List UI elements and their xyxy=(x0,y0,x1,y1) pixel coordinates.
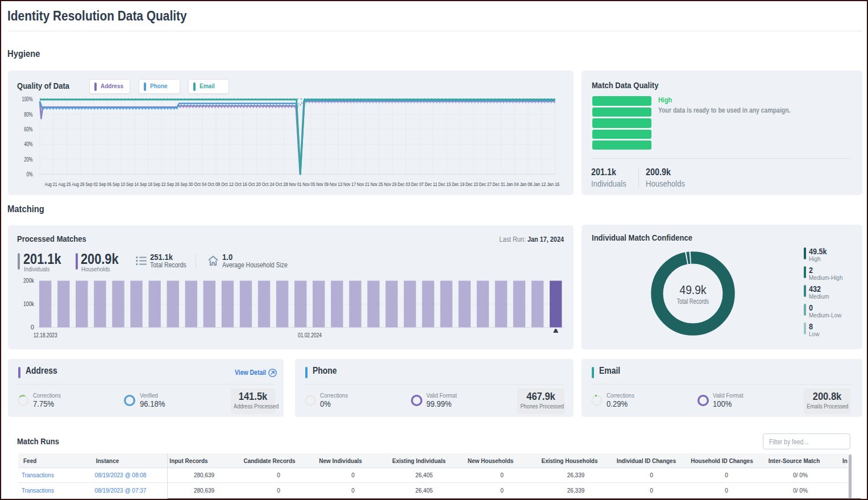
svg-text:Dec 31: Dec 31 xyxy=(493,181,505,187)
svg-text:Sep 06: Sep 06 xyxy=(99,181,111,187)
svg-text:Jan 04: Jan 04 xyxy=(506,181,519,187)
svg-text:Total Records: Total Records xyxy=(677,297,709,305)
svg-text:0%: 0% xyxy=(27,171,33,177)
svg-text:Oct 16: Oct 16 xyxy=(235,181,247,187)
svg-text:Aug 21: Aug 21 xyxy=(45,181,57,187)
svg-text:Nov 29: Nov 29 xyxy=(384,181,397,187)
svg-text:Oct 08: Oct 08 xyxy=(207,181,220,187)
svg-text:200k: 200k xyxy=(23,277,35,284)
svg-text:Jan 12: Jan 12 xyxy=(533,181,546,187)
svg-text:Dec 07: Dec 07 xyxy=(411,181,423,187)
svg-text:Oct 20: Oct 20 xyxy=(248,181,261,187)
svg-text:Oct 04: Oct 04 xyxy=(194,181,206,187)
svg-text:Nov 25: Nov 25 xyxy=(371,181,383,187)
svg-text:Dec 03: Dec 03 xyxy=(398,181,410,187)
svg-text:Oct 12: Oct 12 xyxy=(221,181,234,187)
svg-text:0: 0 xyxy=(31,324,34,330)
svg-text:Jan 08: Jan 08 xyxy=(520,181,532,187)
svg-text:40%: 40% xyxy=(24,141,33,147)
svg-text:Dec 19: Dec 19 xyxy=(452,181,464,187)
svg-text:Sep 14: Sep 14 xyxy=(126,181,139,187)
svg-text:Dec 11: Dec 11 xyxy=(425,181,437,187)
svg-text:Sep 10: Sep 10 xyxy=(113,181,125,187)
svg-text:Sep 02: Sep 02 xyxy=(85,181,98,187)
svg-text:100k: 100k xyxy=(23,300,35,307)
svg-text:49.9k: 49.9k xyxy=(680,283,707,297)
svg-text:80%: 80% xyxy=(24,111,33,118)
svg-text:12.18.2023: 12.18.2023 xyxy=(34,332,57,338)
svg-text:Sep 30: Sep 30 xyxy=(180,181,193,187)
svg-text:Aug 29: Aug 29 xyxy=(72,181,84,187)
svg-text:Nov 09: Nov 09 xyxy=(316,181,329,187)
svg-text:100%: 100% xyxy=(22,96,33,102)
svg-text:Oct 28: Oct 28 xyxy=(276,181,288,187)
svg-text:Jan 16: Jan 16 xyxy=(547,181,559,187)
svg-text:Nov 21: Nov 21 xyxy=(357,181,369,187)
svg-text:Sep 18: Sep 18 xyxy=(140,181,152,187)
svg-text:Nov 05: Nov 05 xyxy=(302,181,315,187)
svg-text:Nov 13: Nov 13 xyxy=(330,181,342,187)
svg-text:01.02.2024: 01.02.2024 xyxy=(298,332,322,338)
svg-text:Sep 26: Sep 26 xyxy=(167,181,180,187)
svg-text:Nov 01: Nov 01 xyxy=(289,181,301,187)
svg-text:20%: 20% xyxy=(24,156,33,163)
svg-text:Nov 17: Nov 17 xyxy=(343,181,356,187)
svg-text:Aug 25: Aug 25 xyxy=(59,181,71,187)
svg-text:Dec 23: Dec 23 xyxy=(466,181,478,187)
svg-text:Dec 27: Dec 27 xyxy=(479,181,492,187)
svg-text:60%: 60% xyxy=(24,126,33,133)
svg-text:Sep 22: Sep 22 xyxy=(153,181,166,187)
svg-text:Dec 15: Dec 15 xyxy=(438,181,451,187)
svg-text:Oct 24: Oct 24 xyxy=(262,181,275,187)
